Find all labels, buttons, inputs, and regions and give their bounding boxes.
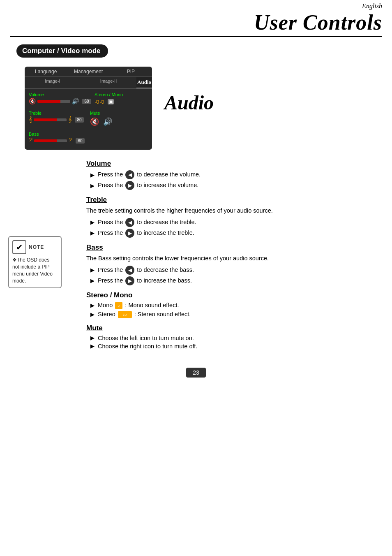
osd-bass-label: Bass: [29, 132, 148, 137]
bullet-arrow3: ▶: [90, 219, 95, 225]
bullet-arrow10: ▶: [90, 343, 95, 349]
osd-treble-mute-row: Treble 𝄞 𝄞 80 Mute 🔇 🔊: [29, 111, 148, 126]
language-label: English: [362, 2, 382, 9]
btn-right-volume: ▶: [125, 181, 134, 190]
audio-title: Audio: [164, 91, 214, 114]
section-para-bass: The Bass setting controls the lower freq…: [86, 254, 380, 263]
osd-mute-icons: 🔇 🔊: [90, 117, 148, 126]
section-para-treble: The treble setting controls the higher f…: [86, 206, 380, 215]
osd-bass-group: Bass 𝄢 𝄢 60: [29, 132, 148, 144]
osd-tab-management[interactable]: Management: [67, 67, 109, 77]
bullet-treble-decrease: ▶ Press the ◀ to decrease the treble.: [90, 218, 380, 227]
osd-tab-language[interactable]: Language: [25, 67, 67, 77]
osd-volume-icon-left: 🔇: [29, 98, 36, 105]
right-col: Volume ▶ Press the ◀ to decrease the vol…: [82, 154, 392, 351]
btn-right-treble: ▶: [125, 229, 134, 238]
note-label: Note: [29, 244, 44, 250]
bullet-bass-increase: ▶ Press the ▶ to increase the bass.: [90, 276, 380, 285]
bullet-arrow7: ▶: [90, 302, 95, 308]
bullet-stereo: ▶ Stereo ♪♪ : Stereo sound effect.: [90, 311, 380, 318]
osd-treble-icon-left: 𝄞: [29, 116, 32, 123]
note-text: ❖The OSD does not include a PIP menu und…: [12, 257, 58, 284]
section-heading-mute: Mute: [86, 324, 380, 332]
bullet-volume-decrease: ▶ Press the ◀ to decrease the volume.: [90, 170, 380, 179]
bullet-arrow6: ▶: [90, 278, 95, 284]
osd-treble-label: Treble: [29, 111, 87, 116]
bullet-arrow9: ▶: [90, 335, 95, 341]
osd-mute-label: Mute: [90, 111, 148, 116]
section-volume: Volume ▶ Press the ◀ to decrease the vol…: [86, 160, 380, 190]
note-header: ✔ Note: [12, 240, 58, 254]
page-number-box: 23: [186, 368, 206, 378]
bullet-mute-on: ▶ Choose the left icon to turn mute on.: [90, 335, 380, 341]
page-number: 23: [0, 368, 392, 378]
btn-left-volume: ◀: [125, 170, 134, 179]
osd-tab-image1[interactable]: Image-I: [25, 77, 81, 88]
osd-treble-slider: 𝄞 𝄞 80: [29, 116, 87, 123]
bullet-arrow4: ▶: [90, 230, 95, 236]
bullet-treble-increase: ▶ Press the ▶ to increase the treble.: [90, 229, 380, 238]
bullet-mute-off: ▶ Choose the right icon to turn mute off…: [90, 343, 380, 350]
header-rule: [10, 36, 382, 37]
section-label: Computer / Video mode: [16, 44, 108, 58]
note-icon: ✔: [12, 240, 26, 254]
page-title: User Controls: [0, 11, 392, 34]
section-heading-stereo: Stereo / Mono: [86, 291, 380, 299]
bullet-volume-increase: ▶ Press the ▶ to increase the volume.: [90, 181, 380, 190]
osd-divider2: [29, 129, 148, 129]
osd-bass-icon-right: 𝄢: [69, 137, 72, 144]
top-area: Language Management PIP Image-I Image-II…: [0, 67, 392, 150]
osd-bass-value: 60: [76, 138, 85, 144]
note-box: ✔ Note ❖The OSD does not include a PIP m…: [8, 236, 62, 288]
btn-left-treble: ◀: [125, 218, 134, 227]
osd-stereo-group: Stereo / Mono ♫♫ ▣: [95, 92, 148, 105]
left-col: ✔ Note ❖The OSD does not include a PIP m…: [0, 154, 82, 351]
btn-left-bass: ◀: [125, 266, 134, 275]
osd-body: Volume 🔇 🔊 60 Stereo / Mono ♫♫ ▣: [25, 89, 152, 146]
section-heading-bass: Bass: [86, 243, 380, 252]
main-content: ✔ Note ❖The OSD does not include a PIP m…: [0, 154, 392, 351]
section-heading-treble: Treble: [86, 196, 380, 204]
osd-volume-label: Volume: [29, 92, 91, 97]
bullet-arrow8: ▶: [90, 311, 95, 317]
bullet-mono: ▶ Mono ♪ : Mono sound effect.: [90, 302, 380, 309]
osd-tab-audio[interactable]: Audio: [136, 77, 152, 88]
osd-treble-group: Treble 𝄞 𝄞 80: [29, 111, 87, 123]
osd-mute-off-icon: 🔇: [90, 117, 99, 126]
osd-tabs-row1: Language Management PIP: [25, 67, 152, 77]
btn-right-bass: ▶: [125, 276, 134, 285]
osd-bass-icon-left: 𝄢: [29, 137, 32, 144]
osd-volume-section: Volume 🔇 🔊 60 Stereo / Mono ♫♫ ▣: [29, 92, 148, 105]
bullet-arrow2: ▶: [90, 183, 95, 189]
osd-volume-group: Volume 🔇 🔊 60: [29, 92, 91, 105]
osd-treble-value: 80: [75, 117, 84, 123]
osd-tab-image2[interactable]: Image-II: [81, 77, 136, 88]
section-mute: Mute ▶ Choose the left icon to turn mute…: [86, 324, 380, 350]
section-heading-volume: Volume: [86, 160, 380, 168]
osd-stereo-icons: ♫♫ ▣: [95, 98, 148, 105]
osd-panel: Language Management PIP Image-I Image-II…: [25, 67, 152, 150]
osd-stereo-label: Stereo / Mono: [95, 92, 148, 97]
osd-tabs-row2: Image-I Image-II Audio: [25, 77, 152, 89]
osd-stereo-value: ▣: [108, 99, 114, 104]
section-stereo-mono: Stereo / Mono ▶ Mono ♪ : Mono sound effe…: [86, 291, 380, 318]
osd-tab-pip[interactable]: PIP: [110, 67, 152, 77]
osd-bass-slider: 𝄢 𝄢 60: [29, 137, 148, 144]
stereo-icon: ♪♪: [118, 311, 132, 318]
osd-bass-bar: [34, 139, 67, 142]
osd-treble-icon-right: 𝄞: [68, 116, 71, 123]
osd-volume-bar: [37, 100, 70, 103]
section-bass: Bass The Bass setting controls the lower…: [86, 243, 380, 285]
osd-volume-value: 60: [82, 99, 91, 104]
bullet-bass-decrease: ▶ Press the ◀ to decrease the bass.: [90, 266, 380, 275]
osd-stereo-icon: ♫♫: [95, 98, 104, 105]
osd-mute-group: Mute 🔇 🔊: [90, 111, 148, 126]
section-treble: Treble The treble setting controls the h…: [86, 196, 380, 238]
bullet-arrow5: ▶: [90, 267, 95, 273]
osd-mute-on-icon: 🔊: [103, 117, 112, 126]
osd-volume-slider-group: 🔇 🔊 60: [29, 98, 91, 105]
header-english: English: [0, 0, 392, 11]
bullet-arrow: ▶: [90, 172, 95, 178]
osd-divider1: [29, 108, 148, 108]
osd-treble-bar: [34, 118, 67, 121]
